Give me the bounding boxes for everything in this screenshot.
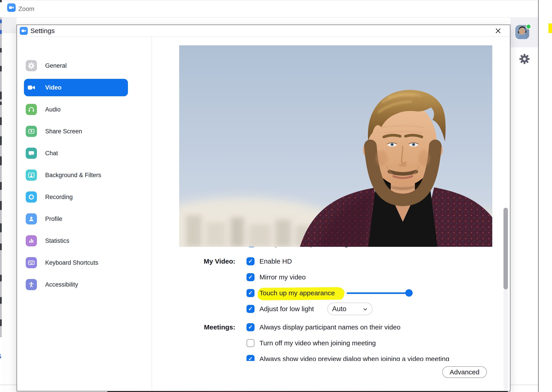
checkbox-checked[interactable]: ✓ [247,323,254,331]
check-icon: ✓ [248,324,253,330]
screen: S Zoom [0,0,552,392]
sidebar-item-chat[interactable]: Chat [17,142,152,164]
check-icon: ✓ [248,274,253,280]
check-icon: ✓ [248,259,253,264]
background-text-fragment [0,117,2,125]
selected-pill-background [24,79,128,96]
sidebar-item-audio[interactable]: Audio [17,98,152,120]
advanced-button[interactable]: Advanced [442,366,487,378]
sidebar-item-background-filters[interactable]: Background & Filters [17,164,152,186]
setting-label: Turn off my video when joining meeting [260,339,376,347]
settings-gear-icon[interactable] [519,54,530,64]
setting-label: Always display participant names on thei… [260,323,400,331]
checkbox-checked[interactable]: ✓ [247,355,254,361]
settings-rows: My Video:✓Enable HD✓Mirror my video✓Touc… [153,253,509,361]
my_video-section-label: My Video: [153,258,235,265]
background-text-fragment [0,48,2,52]
slider-thumb[interactable] [405,289,413,297]
meetings-section-label: Meetings: [153,323,235,331]
background-text-fragment [0,244,2,250]
slider-track [347,292,410,294]
background-text-fragment [0,30,2,34]
gear-icon [26,60,37,71]
checkbox-checked[interactable]: ✓ [247,305,254,313]
setting-label: Adjust for low light [260,305,314,313]
background-text-fragment [0,319,2,326]
checkbox-checked[interactable]: ✓ [247,257,254,265]
sidebar-item-label: Recording [45,186,73,208]
sidebar-item-keyboard-shortcuts[interactable]: Keyboard Shortcuts [17,252,152,274]
video-camera-icon [26,82,37,93]
checkbox-checked[interactable]: ✓ [247,273,254,281]
sidebar-item-label: Share Screen [45,120,82,142]
sidebar-item-share-screen[interactable]: Share Screen [17,120,152,142]
sidebar-item-label: Profile [45,208,62,230]
sidebar-divider [152,37,152,391]
titlebar: Zoom [2,0,538,17]
background-text-fragment [0,156,2,165]
setting-row-touch-up-my-appearance: ✓Touch up my appearance [153,285,509,301]
background-text-fragment [0,275,2,281]
sidebar-item-label: Chat [45,142,58,164]
background-text-fragment [0,182,2,190]
check-icon: ✓ [248,290,253,296]
checkbox-checked[interactable]: ✓ [247,289,254,297]
dialog-title: Settings [30,25,55,37]
keyboard-icon [26,257,37,268]
zoom-logo-icon [20,27,28,35]
background-text-fragment [0,20,2,23]
setting-label: Touch up my appearance [260,289,335,297]
share-screen-icon [26,126,37,137]
online-status-dot [526,24,531,29]
background-text-fragment [0,223,2,232]
check-icon: ✓ [248,306,253,312]
sidebar-item-profile[interactable]: Profile [17,208,152,230]
check-icon: ✓ [248,356,253,361]
dropdown-value: Auto [332,305,347,313]
background-text-fragment [0,66,2,71]
setting-label: Enable HD [260,258,292,265]
sidebar-item-accessibility[interactable]: Accessibility [17,274,152,295]
background-window-sliver [0,17,2,337]
window-title: Zoom [18,0,35,18]
window-right-edge [538,0,538,392]
headphones-icon [26,104,37,115]
accessibility-icon [26,279,37,290]
chevron-down-icon [362,307,368,312]
background-filters-icon [26,169,37,181]
checkbox-unchecked[interactable] [247,339,254,347]
main-window-left-margin [2,17,16,392]
close-dialog-button[interactable] [495,28,501,34]
setting-row-adjust-for-low-light: ✓Adjust for low lightAuto [153,301,509,317]
sidebar-item-label: Keyboard Shortcuts [45,252,98,274]
dialog-header: Settings [17,25,510,37]
yellow-marker-fragment [548,23,552,33]
low-light-dropdown[interactable]: Auto [327,303,373,315]
sidebar-item-video[interactable]: Video [17,77,152,98]
setting-row-enable-hd: My Video:✓Enable HD [153,253,509,269]
setting-label: Mirror my video [260,273,306,281]
video-preview [179,45,492,247]
touch-up-slider[interactable] [347,289,414,297]
setting-row-turn-off-my-video-when-joining-meeting: Turn off my video when joining meeting [153,335,509,351]
sidebar-item-recording[interactable]: Recording [17,186,152,208]
chat-bubble-icon [26,148,37,159]
setting-label: Always show video preview dialog when jo… [260,355,449,361]
background-text-fragment [0,297,2,304]
profile-icon [26,213,37,224]
sidebar-item-label: Accessibility [45,274,78,295]
scrollbar-thumb[interactable] [503,208,508,289]
scrollbar-track[interactable] [503,289,508,391]
sidebar-item-label: Background & Filters [45,164,101,186]
sidebar-item-general[interactable]: General [17,55,152,77]
background-window-border-right [510,385,538,385]
background-window-sliver-bottom [0,337,2,392]
sidebar: GeneralVideoAudioShare ScreenChatBackgro… [17,37,152,391]
setting-row-always-display-participant-names-on-their-video: Meetings:✓Always display participant nam… [153,319,509,335]
background-window-border-left [0,385,16,385]
background-text-fragment [0,136,2,145]
background-corner-fragment [0,0,2,2]
zoom-logo-icon [7,3,16,12]
sidebar-item-label: General [45,55,67,77]
record-icon [26,191,37,203]
